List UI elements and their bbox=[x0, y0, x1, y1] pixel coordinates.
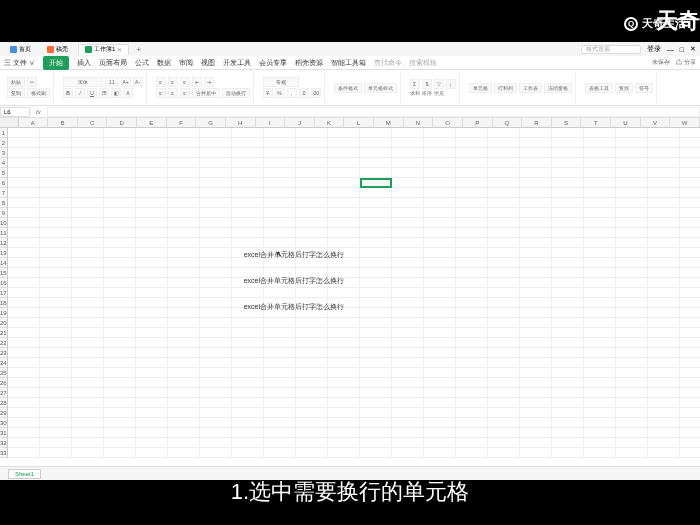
window-close-icon[interactable]: ✕ bbox=[690, 45, 696, 53]
col-header[interactable]: R bbox=[522, 118, 552, 127]
cell[interactable] bbox=[168, 438, 200, 447]
col-header[interactable]: A bbox=[19, 118, 49, 127]
cell[interactable] bbox=[8, 218, 40, 227]
cell[interactable] bbox=[40, 148, 72, 157]
cell[interactable] bbox=[232, 408, 264, 417]
cell[interactable] bbox=[584, 348, 616, 357]
cell[interactable] bbox=[72, 418, 104, 427]
cell[interactable] bbox=[648, 198, 680, 207]
cell[interactable] bbox=[296, 178, 328, 187]
col-header[interactable]: W bbox=[670, 118, 700, 127]
cell[interactable] bbox=[200, 448, 232, 457]
sum-button[interactable]: Σ bbox=[410, 79, 420, 89]
cell[interactable] bbox=[40, 278, 72, 287]
cell[interactable] bbox=[648, 188, 680, 197]
cell[interactable] bbox=[200, 378, 232, 387]
cell[interactable] bbox=[488, 138, 520, 147]
cell[interactable] bbox=[552, 138, 584, 147]
cell[interactable] bbox=[264, 198, 296, 207]
cell[interactable] bbox=[520, 268, 552, 277]
cell[interactable] bbox=[424, 318, 456, 327]
row-header[interactable]: 21 bbox=[0, 328, 7, 338]
cell[interactable] bbox=[456, 348, 488, 357]
cell[interactable] bbox=[520, 128, 552, 137]
cell[interactable] bbox=[584, 448, 616, 457]
cell[interactable] bbox=[200, 168, 232, 177]
cell[interactable] bbox=[648, 248, 680, 257]
cell[interactable] bbox=[456, 308, 488, 317]
cell[interactable] bbox=[680, 418, 700, 427]
cell[interactable] bbox=[424, 388, 456, 397]
cell[interactable] bbox=[168, 288, 200, 297]
cell[interactable] bbox=[168, 418, 200, 427]
menu-smarttools[interactable]: 智能工具箱 bbox=[331, 58, 366, 68]
cell[interactable] bbox=[40, 418, 72, 427]
cell[interactable] bbox=[392, 318, 424, 327]
cell[interactable] bbox=[616, 448, 648, 457]
cell[interactable] bbox=[136, 198, 168, 207]
cell[interactable] bbox=[72, 168, 104, 177]
cell[interactable] bbox=[232, 168, 264, 177]
cell-format-button[interactable]: 单元格 bbox=[469, 83, 492, 93]
cell[interactable] bbox=[680, 138, 700, 147]
cell[interactable] bbox=[200, 398, 232, 407]
cell[interactable] bbox=[328, 138, 360, 147]
cell[interactable] bbox=[520, 328, 552, 337]
cell[interactable] bbox=[456, 188, 488, 197]
cell[interactable] bbox=[360, 178, 392, 187]
decrease-font-button[interactable]: A- bbox=[133, 77, 143, 87]
cell[interactable] bbox=[104, 178, 136, 187]
cell[interactable] bbox=[232, 448, 264, 457]
cell[interactable] bbox=[136, 358, 168, 367]
cell[interactable] bbox=[552, 398, 584, 407]
cell[interactable] bbox=[8, 148, 40, 157]
cell[interactable] bbox=[8, 268, 40, 277]
cell[interactable] bbox=[424, 378, 456, 387]
cell[interactable] bbox=[360, 268, 392, 277]
cell[interactable] bbox=[168, 178, 200, 187]
cell[interactable] bbox=[296, 368, 328, 377]
new-tab-button[interactable]: + bbox=[133, 44, 144, 55]
row-header[interactable]: 3 bbox=[0, 148, 7, 158]
cell[interactable] bbox=[680, 218, 700, 227]
cell[interactable] bbox=[360, 208, 392, 217]
cell[interactable] bbox=[360, 188, 392, 197]
file-menu[interactable]: 三 文件 ∨ bbox=[4, 58, 35, 68]
worksheet-button[interactable]: 工作表 bbox=[519, 83, 542, 93]
cell[interactable] bbox=[456, 258, 488, 267]
cell[interactable] bbox=[168, 188, 200, 197]
cell[interactable] bbox=[488, 148, 520, 157]
cell[interactable] bbox=[136, 328, 168, 337]
cell[interactable] bbox=[424, 408, 456, 417]
cell[interactable] bbox=[232, 238, 264, 247]
col-header[interactable]: I bbox=[256, 118, 286, 127]
cell[interactable] bbox=[552, 278, 584, 287]
cell[interactable] bbox=[40, 428, 72, 437]
cell[interactable] bbox=[40, 448, 72, 457]
cell[interactable] bbox=[680, 298, 700, 307]
cell[interactable] bbox=[40, 238, 72, 247]
cell[interactable] bbox=[616, 378, 648, 387]
cell[interactable] bbox=[8, 418, 40, 427]
cell[interactable] bbox=[520, 358, 552, 367]
cell[interactable] bbox=[616, 288, 648, 297]
cell[interactable] bbox=[136, 218, 168, 227]
cell[interactable] bbox=[264, 448, 296, 457]
cell[interactable] bbox=[648, 428, 680, 437]
cell[interactable] bbox=[616, 238, 648, 247]
cell[interactable] bbox=[232, 128, 264, 137]
cell[interactable] bbox=[456, 168, 488, 177]
cell[interactable] bbox=[616, 188, 648, 197]
cell[interactable] bbox=[296, 418, 328, 427]
cell[interactable] bbox=[40, 318, 72, 327]
cell[interactable] bbox=[680, 188, 700, 197]
cell[interactable] bbox=[200, 368, 232, 377]
cell[interactable] bbox=[168, 308, 200, 317]
cell[interactable] bbox=[328, 208, 360, 217]
font-select[interactable]: 宋体 bbox=[63, 77, 103, 87]
cells-container[interactable]: excel合并单元格后打字怎么换行↖excel合并单元格后打字怎么换行excel… bbox=[8, 128, 700, 458]
cell[interactable] bbox=[456, 448, 488, 457]
cell[interactable] bbox=[488, 278, 520, 287]
formula-input[interactable] bbox=[47, 107, 700, 117]
cell[interactable] bbox=[648, 328, 680, 337]
